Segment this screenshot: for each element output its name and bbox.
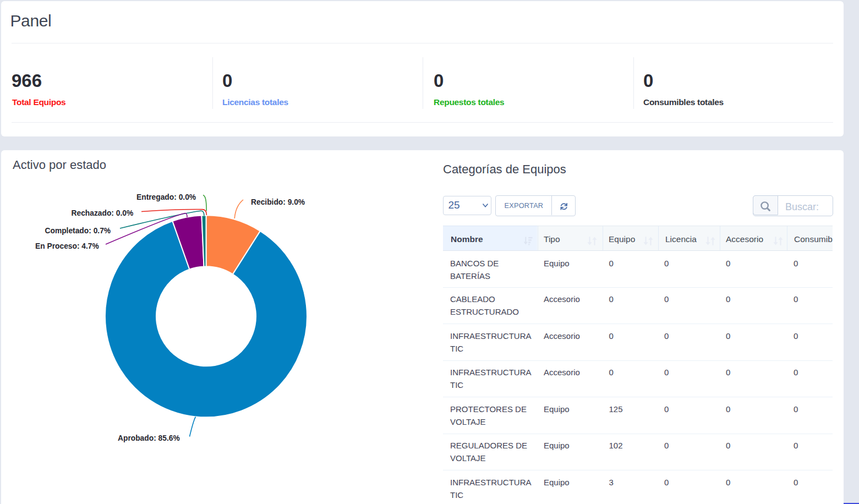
- svg-text:Completado: 0.7%: Completado: 0.7%: [45, 227, 111, 235]
- svg-text:Entregado: 0.0%: Entregado: 0.0%: [136, 193, 196, 201]
- svg-text:En Proceso: 4.7%: En Proceso: 4.7%: [35, 242, 99, 250]
- svg-text:Rechazado: 0.0%: Rechazado: 0.0%: [72, 209, 134, 217]
- svg-text:Recibido: 9.0%: Recibido: 9.0%: [251, 198, 305, 206]
- svg-text:Aprobado: 85.6%: Aprobado: 85.6%: [118, 434, 180, 442]
